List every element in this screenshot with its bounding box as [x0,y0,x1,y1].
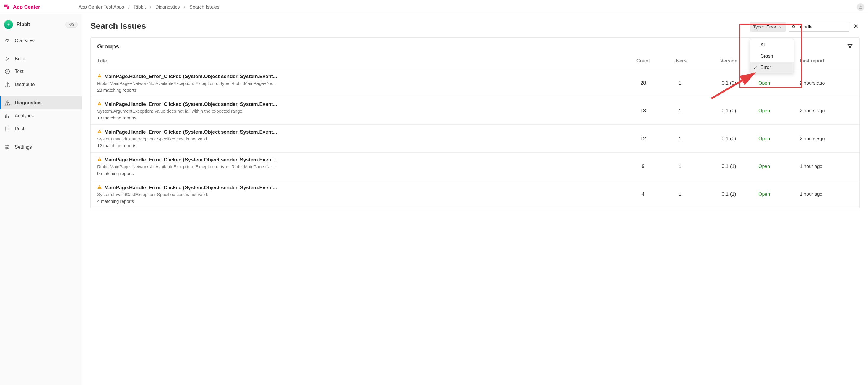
sidebar-item-label: Push [15,126,25,131]
issue-users: 1 [661,80,699,86]
issue-last-report: 2 hours ago [800,81,853,86]
sidebar-item-test[interactable]: Test [0,65,82,78]
filter-button[interactable] [847,43,853,50]
search-icon [792,25,796,29]
svg-point-10 [793,25,795,28]
person-icon [858,5,863,9]
issue-users: 1 [661,191,699,197]
issue-users: 1 [661,164,699,170]
type-value: Error [766,24,776,29]
table-row[interactable]: MainPage.Handle_Error_Clicked (System.Ob… [91,180,860,208]
brand-label: App Center [13,4,40,10]
warning-icon [97,73,102,80]
table-row[interactable]: MainPage.Handle_Error_Clicked (System.Ob… [91,125,860,153]
matching-reports: 12 matching reports [97,143,625,148]
issue-status: Open [758,164,800,169]
issue-last-report: 2 hours ago [800,136,853,141]
sidebar-item-build[interactable]: Build [0,53,82,65]
sidebar-item-label: Diagnostics [15,100,42,106]
app-selector[interactable]: Ribbit iOS [0,17,82,33]
matching-reports: 4 matching reports [97,199,625,204]
warning-icon [97,129,102,135]
issue-title: MainPage.Handle_Error_Clicked (System.Ob… [104,157,277,163]
svg-point-9 [6,148,7,149]
sidebar-item-diagnostics[interactable]: Diagnostics [0,96,82,110]
table-row[interactable]: MainPage.Handle_Error_Clicked (System.Ob… [91,97,860,125]
type-filter-dropdown[interactable]: Type: Error [749,22,785,32]
sidebar: Ribbit iOS Overview Build Test Distribut… [0,14,82,385]
issue-subtitle: System.InvalidCastException: Specified c… [97,136,625,141]
breadcrumb-item[interactable]: Ribbit [134,4,146,10]
table-row[interactable]: MainPage.Handle_Error_Clicked (System.Ob… [91,153,860,180]
sidebar-item-label: Analytics [15,113,34,119]
type-label: Type: [753,24,764,29]
issue-users: 1 [661,136,699,142]
col-last: Last report [800,58,853,64]
table-header: Title Count Users Version Status Last re… [91,53,860,69]
type-option-error[interactable]: Error [750,62,794,73]
sidebar-item-overview[interactable]: Overview [0,34,82,47]
issue-last-report: 1 hour ago [800,164,853,169]
filter-icon [847,43,853,49]
avatar[interactable] [857,3,864,11]
issue-subtitle: System.InvalidCastException: Specified c… [97,192,625,197]
issue-version: 0.1 (0) [699,136,758,142]
issue-subtitle: System.ArgumentException: Value does not… [97,109,625,114]
issue-count: 13 [625,108,661,114]
svg-marker-3 [6,57,9,61]
search-input[interactable] [798,24,846,30]
issue-status: Open [758,108,800,114]
warning-icon [97,184,102,191]
issue-count: 4 [625,191,661,197]
col-users: Users [661,58,699,64]
issue-count: 28 [625,80,661,86]
sidebar-item-push[interactable]: Push [0,122,82,136]
svg-point-1 [8,24,10,26]
issue-last-report: 1 hour ago [800,191,853,197]
appcenter-logo-icon [4,4,10,10]
close-icon [853,23,859,29]
page-title: Search Issues [90,21,860,31]
sidebar-item-settings[interactable]: Settings [0,141,82,154]
issue-version: 0.1 (1) [699,164,758,170]
sliders-icon [4,144,11,150]
table-row[interactable]: MainPage.Handle_Error_Clicked (System.Ob… [91,69,860,97]
app-name: Ribbit [17,22,62,27]
sidebar-item-label: Test [15,69,23,74]
type-option-crash[interactable]: Crash [750,51,794,62]
sidebar-item-distribute[interactable]: Distribute [0,78,82,91]
warning-icon [97,157,102,163]
issue-status: Open [758,191,800,197]
gauge-icon [4,38,11,44]
matching-reports: 9 matching reports [97,171,625,176]
svg-point-8 [8,147,9,148]
col-count: Count [625,58,661,64]
issue-title: MainPage.Handle_Error_Clicked (System.Ob… [104,129,277,135]
type-option-all[interactable]: All [750,39,794,51]
sidebar-item-label: Overview [15,38,35,43]
breadcrumb-item[interactable]: App Center Test Apps [79,4,124,10]
warning-icon [97,101,102,107]
main: Search Issues Type: Error All Crash Erro… [82,14,868,385]
sidebar-item-label: Distribute [15,82,35,87]
svg-point-4 [5,69,10,74]
app-icon [4,20,13,29]
issue-count: 12 [625,136,661,142]
issue-count: 9 [625,164,661,170]
brand[interactable]: App Center [4,4,40,10]
search-box[interactable] [788,22,849,32]
push-icon [4,126,11,132]
svg-point-5 [7,104,8,105]
breadcrumb-item[interactable]: Diagnostics [155,4,180,10]
play-icon [4,56,11,61]
breadcrumb-item[interactable]: Search Issues [189,4,219,10]
issue-title: MainPage.Handle_Error_Clicked (System.Ob… [104,73,277,80]
issue-users: 1 [661,108,699,114]
sidebar-item-label: Settings [15,145,32,150]
issue-subtitle: Ribbit.MainPage+NetworkNotAvailableExcep… [97,164,625,169]
close-search-button[interactable] [852,22,860,31]
type-dropdown-menu: All Crash Error [749,39,794,73]
sidebar-item-analytics[interactable]: Analytics [0,110,82,122]
svg-point-0 [860,5,861,7]
issue-title: MainPage.Handle_Error_Clicked (System.Ob… [104,101,277,107]
